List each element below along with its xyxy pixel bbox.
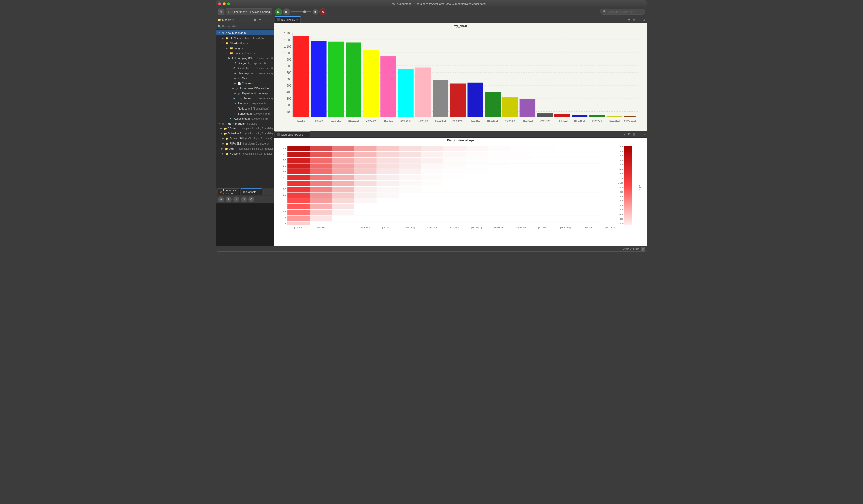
memory-icon[interactable]: 🗑 bbox=[641, 247, 645, 251]
svg-text:300: 300 bbox=[620, 218, 623, 220]
minimize-display-btn[interactable]: — bbox=[637, 17, 641, 22]
distribution-tab[interactable]: DistributionPosition ✕ bbox=[275, 131, 310, 138]
tree-item-bar[interactable]: ▶ G Bar.gaml (1 experiment) bbox=[216, 61, 274, 66]
grid-dist-btn[interactable]: ⊞ bbox=[627, 132, 631, 137]
tree-item-images[interactable]: ▶ 📁 images bbox=[216, 46, 274, 51]
tree-item-series[interactable]: ▶ G Series.gaml (1 experiment) bbox=[216, 111, 274, 116]
tree-item-heatmap[interactable]: ▼ G Heatmap.gaml (1 experiment) bbox=[216, 71, 274, 76]
close-icon[interactable]: ✕ bbox=[296, 18, 298, 21]
maximize-dist-btn[interactable]: □ bbox=[641, 132, 646, 137]
svg-text:[40.0:45.0[: [40.0:45.0[ bbox=[435, 119, 446, 122]
tree-item-bdi[interactable]: ▶ 📁 BDI Architecture (simplebdi plugin, … bbox=[216, 126, 274, 131]
svg-rect-94 bbox=[376, 158, 399, 163]
tree-item-radar[interactable]: ▶ G Radar.gaml (1 experiment) bbox=[216, 106, 274, 111]
grid-display-btn[interactable]: ⊞ bbox=[627, 17, 631, 22]
svg-rect-127 bbox=[399, 175, 421, 180]
minimize-console-btn[interactable]: — bbox=[262, 190, 267, 194]
collapse-all-btn[interactable]: ⊟ bbox=[242, 17, 247, 22]
minimize-panel-btn[interactable]: — bbox=[262, 17, 267, 22]
tree-item-new-model[interactable]: ▼ G New Model.gaml bbox=[216, 30, 274, 36]
minimize-button[interactable] bbox=[222, 2, 225, 5]
tree-item-network[interactable]: ▶ 📁 Network (network plugin, 14 models) bbox=[216, 151, 274, 156]
close-button[interactable] bbox=[218, 2, 221, 5]
tree-item-genstar[interactable]: ▶ 📁 genstar (gamaplugin plugin, 24 model… bbox=[216, 146, 274, 151]
close-icon-2[interactable]: ✕ bbox=[306, 133, 308, 136]
svg-text:700: 700 bbox=[286, 71, 291, 75]
svg-rect-131 bbox=[310, 181, 332, 186]
my-display-tab[interactable]: my_display ✕ bbox=[275, 16, 300, 23]
svg-rect-112 bbox=[510, 164, 532, 168]
tree-item-exp-heatmap[interactable]: ▶ ▷ Experiment Heatmap bbox=[216, 91, 274, 96]
layout-dist-btn[interactable]: ▤ bbox=[632, 132, 636, 137]
svg-rect-158 bbox=[287, 216, 309, 221]
tree-item-pie[interactable]: ▶ G Pie.gaml (1 experiment) bbox=[216, 101, 274, 106]
display-icon bbox=[277, 18, 280, 21]
tree-item-aspects[interactable]: ▶ G Aspects.gaml (1 experiment) bbox=[216, 116, 274, 121]
tree-count: (11 models) bbox=[250, 37, 264, 39]
console-close-icon[interactable]: ✕ bbox=[257, 191, 259, 193]
tree-item-models-sub[interactable]: ▼ 📁 models (8 models) bbox=[216, 51, 274, 56]
console-tab[interactable]: 🖥 Console ✕ bbox=[240, 188, 262, 195]
tree-label: Heatmap.gaml bbox=[238, 72, 255, 75]
tree-item-ant-foraging[interactable]: ▶ G Ant Foraging (Charts examples).gaml … bbox=[216, 56, 274, 61]
models-title: Models bbox=[222, 18, 231, 21]
svg-text:[35.0:40.0[: [35.0:40.0[ bbox=[427, 227, 438, 229]
tree-item-3d-viz[interactable]: ▶ 📁 3D Visualization (11 models) bbox=[216, 36, 274, 40]
tree-item-plugin-models[interactable]: ▼ ⚙ Plugin models (9 projects) bbox=[216, 121, 274, 126]
tree-item-long-series[interactable]: ▶ G Long Series.gaml (1 experiment) bbox=[216, 96, 274, 101]
maximize-console-btn[interactable]: □ bbox=[267, 190, 272, 194]
tree-item-charts[interactable]: ▼ 📁 Charts (8 models) bbox=[216, 40, 274, 46]
bar-4 bbox=[346, 42, 361, 117]
heatmap-container: Distribution of age 65 60 55 50 45 40 35… bbox=[274, 138, 647, 246]
find-model-input[interactable] bbox=[222, 25, 268, 28]
console-settings-btn[interactable]: ⚙ bbox=[248, 196, 254, 203]
expand-all-btn[interactable]: ⊞ bbox=[247, 17, 252, 22]
tree-item-contents[interactable]: ▶ 📄 Contents bbox=[216, 81, 274, 86]
tree-item-exp-diff-heatmaps[interactable]: ▶ ▷ Experiment Different heatmaps bbox=[216, 86, 274, 91]
play-button[interactable]: ▶ bbox=[275, 8, 282, 15]
tree-item-distribution[interactable]: ▶ G Distribution.gaml (1 experiment) bbox=[216, 66, 274, 71]
stop-button[interactable]: ✕ bbox=[319, 8, 326, 15]
console-clear-btn[interactable]: A bbox=[218, 196, 224, 203]
console-clear-all-btn[interactable]: A bbox=[225, 196, 232, 203]
tree-item-tags[interactable]: ▶ 🏷 Tags bbox=[216, 76, 274, 81]
svg-text:15: 15 bbox=[283, 205, 286, 208]
tree-item-driving[interactable]: ▶ 📁 Driving Skill (traffic plugin, 2 mod… bbox=[216, 136, 274, 141]
svg-rect-157 bbox=[332, 210, 354, 215]
console-pause-btn[interactable]: ⏸ bbox=[233, 196, 239, 203]
tree-item-fipa[interactable]: ▶ 📁 FIPA Skill (fipa plugin, 11 models) bbox=[216, 141, 274, 146]
speed-slider[interactable] bbox=[291, 11, 311, 12]
console-refresh-btn[interactable]: ↺ bbox=[240, 196, 247, 203]
layout-display-btn[interactable]: ▤ bbox=[632, 17, 636, 22]
gaml-search-box[interactable]: 🔍 GAML reference (⌘H) bbox=[600, 9, 645, 14]
filter-btn[interactable]: ▼ bbox=[258, 17, 262, 22]
maximize-button[interactable] bbox=[227, 2, 230, 5]
filter-dist-btn[interactable]: ≡ bbox=[623, 132, 626, 137]
color-bar bbox=[624, 146, 631, 224]
svg-text:[15.0:20.0[: [15.0:20.0[ bbox=[348, 119, 359, 122]
svg-text:[10.0:15.0[: [10.0:15.0[ bbox=[331, 119, 341, 122]
tree-label: Contents bbox=[241, 82, 253, 85]
bar-7 bbox=[398, 69, 413, 117]
svg-text:[30.0:35.0[: [30.0:35.0[ bbox=[404, 227, 415, 229]
minimize-dist-btn[interactable]: — bbox=[637, 132, 641, 137]
filter-display-btn[interactable]: ≡ bbox=[623, 17, 626, 22]
svg-rect-119 bbox=[421, 169, 443, 174]
nav-right-icon[interactable]: › bbox=[271, 25, 272, 28]
edit-button[interactable]: ✎ bbox=[217, 8, 224, 15]
bar-20 bbox=[624, 116, 635, 117]
svg-text:[5.0:10.0[: [5.0:10.0[ bbox=[314, 119, 323, 122]
nav-left-icon[interactable]: ‹ bbox=[269, 25, 270, 28]
tree-label: Bar.gaml bbox=[238, 62, 248, 65]
reload-button[interactable]: ↺ bbox=[312, 9, 318, 15]
interactive-console-tab[interactable]: ⚙ Interactive console bbox=[217, 188, 239, 195]
maximize-panel-btn[interactable]: □ bbox=[267, 17, 272, 22]
sync-btn[interactable]: ⇄ bbox=[252, 17, 257, 22]
contents-icon: 📄 bbox=[237, 81, 241, 85]
tree-arrow: ▶ bbox=[225, 117, 229, 120]
maximize-display-btn[interactable]: □ bbox=[641, 17, 646, 22]
step-button[interactable]: ⏭ bbox=[283, 8, 290, 15]
window-title: my_experiment – /Users/ben/Dev/wsGamaGit… bbox=[233, 2, 645, 5]
svg-text:[60.0:65.0[: [60.0:65.0[ bbox=[504, 119, 515, 122]
tree-item-diffusion[interactable]: ▶ 📁 Diffusion Statement (maths plugin, 8… bbox=[216, 131, 274, 136]
